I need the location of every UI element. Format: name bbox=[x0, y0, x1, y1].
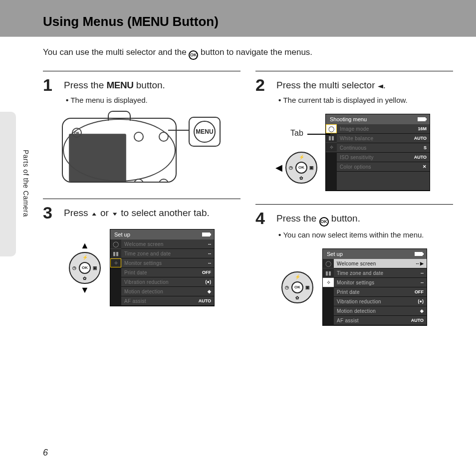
lcd-item: Vibration reduction(●) bbox=[334, 297, 427, 306]
step-2: 2 Press the multi selector ◀. The curren… bbox=[255, 76, 453, 106]
delete-button bbox=[159, 179, 169, 183]
step4-figure: ⚡✿ ◷▣ OK Set up ◯ ▮▮ ✧ Welcome screen-- bbox=[255, 248, 453, 326]
lcd-tab-movie: ▮▮ bbox=[323, 268, 334, 278]
lcd-title: Set up bbox=[114, 232, 130, 238]
lcd-tab-setup: ✧ bbox=[323, 278, 334, 287]
left-arrow-icon: ◀ bbox=[275, 162, 282, 173]
ok-button: OK bbox=[295, 162, 307, 174]
header-bar: Using Menus (MENU Button) bbox=[0, 0, 476, 37]
down-arrow-icon: ▼ bbox=[80, 285, 89, 295]
lcd-item: ContinuousS bbox=[337, 143, 430, 153]
step-4: 4 Press the OK button. You can now selec… bbox=[255, 210, 453, 240]
step-number: 2 bbox=[255, 76, 271, 93]
ok-button: OK bbox=[291, 281, 303, 293]
callout-line bbox=[168, 130, 189, 131]
lcd-tab-setup: ✧ bbox=[110, 258, 121, 267]
step-number: 3 bbox=[43, 204, 59, 221]
lcd-shooting-menu: Shooting menu ◯ ▮▮ ✧ Image mode16M White… bbox=[325, 114, 430, 191]
camera-illustration: OK MENU bbox=[62, 111, 222, 186]
step-1: 1 Press the MENU button. The menu is dis… bbox=[43, 76, 240, 106]
divider bbox=[43, 199, 240, 199]
multi-selector: ⚡✿ ◷▣ OK bbox=[69, 252, 101, 284]
lcd-tab-setup: ✧ bbox=[326, 143, 337, 152]
step-title: Press the multi selector ◀. bbox=[276, 79, 453, 92]
multi-selector: ⚡✿ ◷▣ OK bbox=[281, 271, 313, 303]
lcd-item: Welcome screen-- bbox=[121, 239, 214, 249]
battery-icon bbox=[415, 252, 423, 256]
lcd-item: Print dateOFF bbox=[121, 268, 214, 277]
lcd-item: White balanceAUTO bbox=[337, 134, 430, 143]
lcd-tab-movie: ▮▮ bbox=[110, 249, 121, 258]
lcd-item: Color options✕ bbox=[337, 162, 430, 172]
page-edge-tab bbox=[0, 112, 16, 256]
lcd-item: AF assistAUTO bbox=[334, 316, 427, 325]
divider bbox=[255, 71, 453, 71]
page-number: 6 bbox=[43, 448, 48, 458]
lcd-item bbox=[337, 172, 430, 191]
lcd-title: Set up bbox=[327, 251, 343, 257]
lcd-tab-shooting: ◯ bbox=[110, 239, 121, 249]
divider bbox=[255, 204, 453, 205]
battery-icon bbox=[418, 117, 426, 121]
down-triangle-icon: ▼ bbox=[111, 211, 118, 217]
step-title: Press the OK button. bbox=[276, 212, 453, 227]
lcd-item: Time zone and date-- bbox=[121, 249, 214, 258]
ok-button: OK bbox=[79, 262, 91, 274]
step-bullet: You can now select items within the menu… bbox=[278, 230, 453, 241]
step3-figure: ▲ ⚡✿ ◷▣ OK ▼ Set up ◯ ▮▮ ✧ bbox=[43, 229, 240, 306]
title-prefix: Using Menus ( bbox=[43, 14, 132, 29]
lcd-item: ISO sensitivityAUTO bbox=[337, 153, 430, 162]
step-title: Press the MENU button. bbox=[64, 79, 240, 92]
lcd-item: Monitor settings-- bbox=[121, 258, 214, 268]
title-menu-word: MENU bbox=[132, 14, 169, 29]
exposure-button bbox=[134, 179, 144, 183]
lcd-tab-shooting: ◯ bbox=[323, 259, 334, 268]
title-suffix: Button) bbox=[169, 14, 219, 29]
ok-icon: OK bbox=[189, 50, 198, 60]
step-number: 4 bbox=[255, 210, 271, 227]
up-triangle-icon: ▲ bbox=[91, 211, 98, 217]
lcd-item: Monitor settings-- bbox=[334, 278, 427, 287]
lcd-item: AF assistAUTO bbox=[121, 296, 214, 306]
left-triangle-icon: ◀ bbox=[378, 83, 383, 89]
page-title: Using Menus (MENU Button) bbox=[43, 14, 476, 29]
lcd-item: Vibration reduction(●) bbox=[121, 277, 214, 287]
step-number: 1 bbox=[43, 76, 59, 93]
lcd-title: Shooting menu bbox=[330, 116, 367, 122]
lcd-item-selected: Welcome screen-- ▶ bbox=[334, 259, 427, 268]
step2-figure: Tab ◀ ⚡✿ ◷▣ OK Shooting menu ◯ bbox=[255, 114, 453, 191]
intro-after: button to navigate the menus. bbox=[201, 47, 312, 57]
lcd-item: Motion detection◈ bbox=[334, 306, 427, 316]
lcd-setup-menu: Set up ◯ ▮▮ ✧ Welcome screen-- Time zone… bbox=[110, 229, 215, 306]
step-title: Press ▲ or ▼ to select another tab. bbox=[64, 207, 240, 220]
up-arrow-icon: ▲ bbox=[80, 240, 89, 251]
lcd-item: Print dateOFF bbox=[334, 287, 427, 297]
lcd-item: Motion detection◈ bbox=[121, 287, 214, 296]
lcd-setup-menu-selected: Set up ◯ ▮▮ ✧ Welcome screen-- ▶ Time zo… bbox=[322, 248, 427, 326]
step-3: 3 Press ▲ or ▼ to select another tab. bbox=[43, 204, 240, 221]
section-side-label: Parts of the Camera bbox=[22, 150, 30, 217]
lcd-item: Image mode16M bbox=[337, 124, 430, 134]
tab-callout-line bbox=[307, 134, 330, 135]
lcd-tab-movie: ▮▮ bbox=[326, 133, 337, 143]
lcd-tab-shooting: ◯ bbox=[326, 124, 337, 133]
tab-callout-label: Tab bbox=[290, 129, 303, 138]
ok-icon: OK bbox=[319, 217, 329, 227]
menu-callout: MENU bbox=[189, 117, 221, 147]
battery-icon bbox=[202, 233, 210, 237]
multi-selector: OK bbox=[63, 119, 91, 147]
step-bullet: The current tab is displayed in yellow. bbox=[278, 95, 453, 106]
divider bbox=[43, 71, 240, 71]
menu-label: MENU bbox=[194, 121, 216, 143]
intro-text: You can use the multi selector and the O… bbox=[0, 37, 476, 60]
multi-selector: ⚡✿ ◷▣ OK bbox=[285, 152, 317, 184]
lcd-item: Time zone and date-- bbox=[334, 268, 427, 278]
step-bullet: The menu is displayed. bbox=[66, 95, 240, 106]
intro-before: You can use the multi selector and the bbox=[43, 47, 189, 57]
